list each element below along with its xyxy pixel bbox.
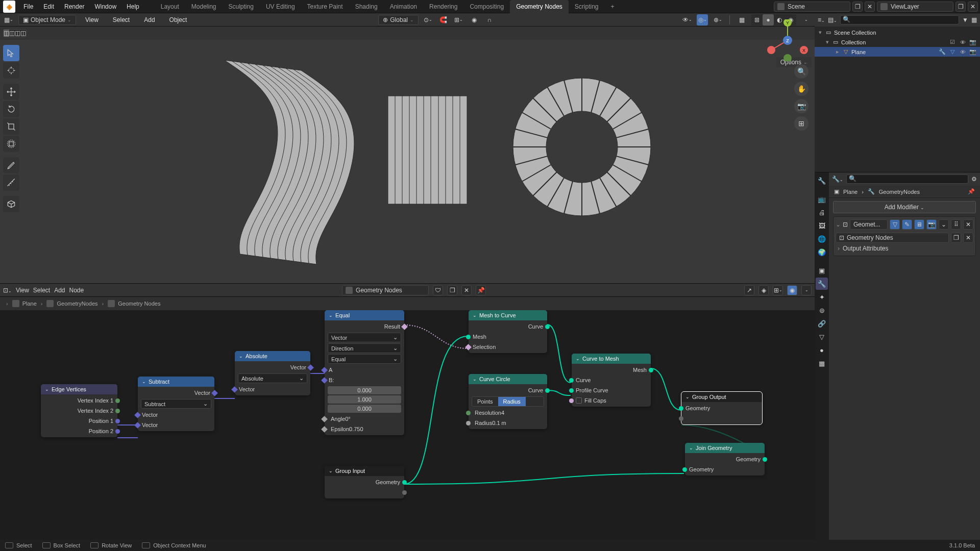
nodegroup-selector[interactable]: Geometry Nodes — [342, 285, 429, 295]
mod-drag-icon[interactable]: ⠿ — [951, 219, 961, 230]
node-curve-circle[interactable]: ⌄Curve Circle Curve Points Radius Resolu… — [469, 374, 547, 429]
proportional-edit[interactable]: ◉ — [469, 14, 480, 26]
node-compare-equal[interactable]: ⌄Equal Result Vector⌄ Direction⌄ Equal⌄ … — [325, 310, 404, 435]
node-canvas[interactable]: ⌄Edge Vertices Vertex Index 1 Vertex Ind… — [0, 310, 815, 540]
scene-selector[interactable]: Scene — [774, 2, 850, 12]
subtract-op-selector[interactable]: Subtract⌄ — [141, 399, 211, 409]
disable-render-icon[interactable]: 📷 — [969, 39, 977, 45]
mod-toggle-edit[interactable]: ✎ — [902, 219, 912, 230]
viewport-menu-select[interactable]: Select — [108, 16, 135, 23]
crumb-modifier[interactable]: GeometryNodes — [46, 300, 97, 307]
ne-menu-view[interactable]: View — [16, 287, 29, 294]
ne-overlay-options[interactable]: ⌄ — [801, 285, 812, 295]
menu-render[interactable]: Render — [59, 0, 89, 13]
tree-collection[interactable]: ▾▭ Collection ☑ 👁 📷 — [815, 37, 980, 47]
select-mode-3[interactable]: ◫ — [15, 30, 20, 37]
tab-animation[interactable]: Animation — [384, 0, 423, 13]
hide-viewport-icon[interactable]: 👁 — [959, 39, 967, 45]
ptab-viewlayer[interactable]: 🖼 — [816, 219, 828, 232]
equal-epsilon[interactable]: Epsilon0.750 — [331, 426, 400, 432]
disable-render-icon[interactable]: 📷 — [969, 48, 977, 55]
mod-toggle-1[interactable]: ▽ — [890, 219, 900, 230]
ptab-modifiers[interactable]: 🔧 — [816, 278, 828, 290]
node-vector-absolute[interactable]: ⌄Absolute Vector Absolute⌄ Vector — [235, 351, 310, 395]
ptab-texture[interactable]: ▦ — [816, 357, 828, 369]
editor-type-icon[interactable]: ▦⌄ — [3, 14, 14, 26]
proportional-falloff[interactable]: ∩ — [484, 14, 495, 26]
tab-shading[interactable]: Shading — [349, 0, 384, 13]
properties-options[interactable]: ⚙ — [971, 176, 977, 183]
ptab-world[interactable]: 🌍 — [816, 246, 828, 258]
viewlayer-delete-button[interactable]: ✕ — [968, 2, 978, 12]
visibility-icon[interactable]: 👁⌄ — [681, 14, 693, 26]
circle-resolution[interactable]: Resolution4 — [475, 410, 543, 416]
navigation-gizmo[interactable]: Y X Z — [767, 19, 808, 61]
ne-toggle-3[interactable]: ⊞⌄ — [773, 285, 783, 295]
ptab-physics[interactable]: ⊚ — [816, 304, 828, 316]
equal-b-z[interactable]: 0.000 — [328, 405, 401, 413]
pan-icon[interactable]: ✋ — [794, 82, 808, 96]
zoom-icon[interactable]: 🔍 — [794, 64, 808, 79]
viewport-menu-add[interactable]: Add — [139, 16, 160, 23]
nodegroup-field[interactable]: ⊡ Geometry Nodes — [836, 233, 949, 243]
add-workspace-button[interactable]: + — [605, 0, 621, 13]
mod-extras[interactable]: ⌄ — [939, 219, 949, 230]
tab-modeling[interactable]: Modeling — [185, 0, 223, 13]
viewport-menu-object[interactable]: Object — [164, 16, 192, 23]
select-mode-1[interactable]: ◫ — [4, 30, 9, 37]
ptab-material[interactable]: ● — [816, 344, 828, 356]
outliner-editor-type[interactable]: ≡⌄ — [818, 16, 825, 23]
ne-menu-select[interactable]: Select — [33, 287, 50, 294]
absolute-op-selector[interactable]: Absolute⌄ — [238, 373, 307, 383]
snap-toggle[interactable]: 🧲 — [438, 14, 449, 26]
camera-icon[interactable]: 📷 — [794, 99, 808, 113]
select-mode-2[interactable]: ◫ — [9, 30, 15, 37]
circle-radius[interactable]: Radius0.1 m — [475, 420, 543, 426]
snap-target[interactable]: ⊞⌄ — [453, 14, 464, 26]
tab-scripting[interactable]: Scripting — [569, 0, 605, 13]
scene-delete-button[interactable]: ✕ — [865, 2, 875, 12]
ptab-render[interactable]: 📺 — [816, 193, 828, 205]
hide-viewport-icon[interactable]: 👁 — [959, 49, 967, 55]
tab-compositing[interactable]: Compositing — [463, 0, 510, 13]
tab-uv-editing[interactable]: UV Editing — [260, 0, 301, 13]
xray-toggle[interactable]: ▦ — [736, 14, 747, 26]
ptab-object[interactable]: ▣ — [816, 264, 828, 277]
ptab-output[interactable]: 🖨 — [816, 206, 828, 218]
mod-delete[interactable]: ✕ — [963, 219, 973, 230]
ne-toggle-1[interactable]: ↗ — [744, 285, 754, 295]
equal-type-selector[interactable]: Vector⌄ — [328, 333, 401, 342]
nodegroup-unlink-btn[interactable]: ✕ — [963, 233, 973, 243]
viewport-canvas[interactable] — [0, 40, 815, 284]
ne-menu-node[interactable]: Node — [69, 287, 84, 294]
3d-viewport[interactable]: ▦⌄ ▣ Object Mode ⌄ View Select Add Objec… — [0, 13, 815, 284]
fill-caps-checkbox[interactable] — [576, 397, 582, 404]
crumb-object[interactable]: Plane — [12, 300, 37, 307]
ne-toggle-2[interactable]: ◈ — [758, 285, 769, 295]
node-edge-vertices[interactable]: ⌄Edge Vertices Vertex Index 1 Vertex Ind… — [41, 384, 117, 437]
ne-menu-add[interactable]: Add — [54, 287, 65, 294]
persp-ortho-icon[interactable]: ⊞ — [794, 116, 808, 131]
equal-mode-selector[interactable]: Direction⌄ — [328, 343, 401, 353]
properties-search[interactable]: 🔍 — [846, 174, 968, 184]
menu-file[interactable]: File — [18, 0, 38, 13]
tab-rendering[interactable]: Rendering — [423, 0, 463, 13]
geometry-node-editor[interactable]: ⊡⌄ View Select Add Node Geometry Nodes 🛡… — [0, 284, 815, 540]
curve-circle-mode[interactable]: Points Radius — [472, 396, 544, 407]
output-attributes-toggle[interactable]: ›Output Attributes — [836, 243, 973, 254]
node-join-geometry[interactable]: ⌄Join Geometry Geometry Geometry — [685, 443, 765, 475]
gizmo-toggle[interactable]: ◎⌄ — [697, 14, 708, 26]
tab-layout[interactable]: Layout — [155, 0, 185, 13]
nodegroup-new-btn[interactable]: ❐ — [951, 233, 961, 243]
ptab-data[interactable]: ▽ — [816, 331, 828, 343]
nodegroup-pin[interactable]: 📌 — [476, 285, 486, 295]
scene-new-button[interactable]: ❐ — [852, 2, 863, 12]
tree-object-plane[interactable]: ▸▽ Plane 🔧 ▽ 👁 📷 — [815, 47, 980, 57]
equal-angle[interactable]: Angle0° — [331, 416, 400, 422]
equal-b-x[interactable]: 0.000 — [328, 386, 401, 394]
mode-selector[interactable]: ▣ Object Mode ⌄ — [18, 15, 76, 25]
node-vector-subtract[interactable]: ⌄Subtract Vector Subtract⌄ Vector Vector — [138, 377, 214, 431]
properties-editor-type[interactable]: 🔧⌄ — [832, 176, 843, 183]
viewlayer-new-button[interactable]: ❐ — [955, 2, 966, 12]
ptab-constraints[interactable]: 🔗 — [816, 317, 828, 330]
